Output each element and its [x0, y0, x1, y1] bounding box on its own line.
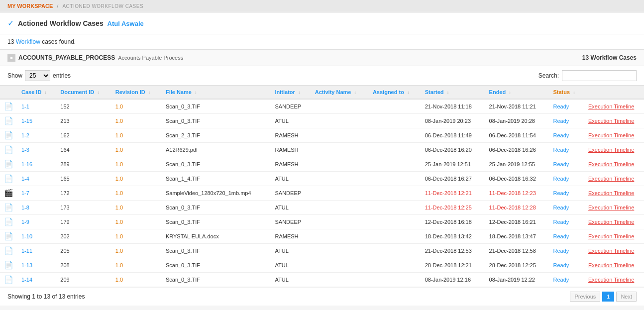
case-id-link[interactable]: 1-10 [21, 233, 32, 239]
execution-timeline-link[interactable]: Execution Timeline [588, 132, 634, 138]
rev-id-link[interactable]: 1.0 [115, 132, 123, 138]
cell-activity [311, 201, 369, 215]
execution-timeline-link[interactable]: Execution Timeline [588, 161, 634, 167]
cell-assigned [369, 244, 421, 258]
table-row: 📄 1-13 208 1.0 Scan_0_3.TIF ATUL 28-Dec-… [0, 258, 644, 273]
next-button[interactable]: Next [616, 292, 637, 302]
cell-started: 25-Jan-2019 12:51 [421, 157, 485, 172]
cell-file-name: Scan_0_3.TIF [162, 201, 271, 215]
col-initiator[interactable]: Initiator ↕ [271, 86, 311, 100]
breadcrumb-home[interactable]: MY WORKSPACE [7, 3, 53, 9]
rev-id-link[interactable]: 1.0 [115, 248, 123, 254]
cell-doc-id: 162 [56, 128, 111, 143]
rev-id-link[interactable]: 1.0 [115, 118, 123, 124]
cell-assigned [369, 229, 421, 244]
rev-id-link[interactable]: 1.0 [115, 161, 123, 167]
file-type-icon: 📄 [0, 157, 17, 172]
entries-select[interactable]: 25 50 100 [25, 70, 50, 81]
rev-id-link[interactable]: 1.0 [115, 147, 123, 153]
col-activity[interactable]: Activity Name ↕ [311, 86, 369, 100]
cell-doc-id: 209 [56, 273, 111, 287]
cell-action: Execution Timeline [584, 273, 644, 287]
cell-action: Execution Timeline [584, 114, 644, 128]
case-id-link[interactable]: 1-9 [21, 219, 29, 225]
execution-timeline-link[interactable]: Execution Timeline [588, 277, 634, 283]
table-row: 🎬 1-7 172 1.0 SampleVideo_1280x720_1mb.m… [0, 186, 644, 201]
cell-started: 18-Dec-2018 13:42 [421, 229, 485, 244]
cell-ended: 12-Dec-2018 16:21 [485, 215, 549, 229]
col-file-name[interactable]: File Name ↕ [162, 86, 271, 100]
rev-id-link[interactable]: 1.0 [115, 277, 123, 283]
rev-id-link[interactable]: 1.0 [115, 233, 123, 239]
col-assigned[interactable]: Assigned to ↕ [369, 86, 421, 100]
cell-activity [311, 229, 369, 244]
rev-id-link[interactable]: 1.0 [115, 176, 123, 182]
case-id-link[interactable]: 1-15 [21, 118, 32, 124]
doc-icon: 📄 [4, 102, 13, 110]
execution-timeline-link[interactable]: Execution Timeline [588, 190, 634, 196]
search-label: Search: [538, 72, 559, 79]
cell-rev-id: 1.0 [111, 172, 162, 186]
cell-assigned [369, 128, 421, 143]
cell-rev-id: 1.0 [111, 186, 162, 201]
case-id-link[interactable]: 1-16 [21, 161, 32, 167]
cell-file-name: Scan_2_3.TIF [162, 128, 271, 143]
table-controls: Show 25 50 100 entries Search: [0, 66, 644, 85]
cell-action: Execution Timeline [584, 172, 644, 186]
col-status[interactable]: Status ↕ [549, 86, 585, 100]
case-id-link[interactable]: 1-3 [21, 147, 29, 153]
cell-started: 28-Dec-2018 12:21 [421, 258, 485, 273]
case-id-link[interactable]: 1-14 [21, 277, 32, 283]
execution-timeline-link[interactable]: Execution Timeline [588, 262, 634, 268]
execution-timeline-link[interactable]: Execution Timeline [588, 176, 634, 182]
doc-icon: 📄 [4, 174, 13, 183]
case-id-link[interactable]: 1-7 [21, 190, 29, 196]
execution-timeline-link[interactable]: Execution Timeline [588, 118, 634, 124]
cell-rev-id: 1.0 [111, 258, 162, 273]
status-badge: Ready [553, 262, 569, 268]
execution-timeline-link[interactable]: Execution Timeline [588, 219, 634, 225]
col-rev-id[interactable]: Revision ID ↕ [111, 86, 162, 100]
case-id-link[interactable]: 1-11 [21, 248, 32, 254]
page-number[interactable]: 1 [602, 292, 614, 302]
case-id-link[interactable]: 1-4 [21, 176, 29, 182]
rev-id-link[interactable]: 1.0 [115, 103, 123, 109]
cell-doc-id: 208 [56, 258, 111, 273]
file-type-icon: 📄 [0, 229, 17, 244]
rev-id-link[interactable]: 1.0 [115, 219, 123, 225]
col-action [584, 86, 644, 100]
col-case-id[interactable]: Case ID ↕ [17, 86, 56, 100]
cell-initiator: SANDEEP [271, 215, 311, 229]
section-icon: ■ [7, 54, 15, 62]
cell-action: Execution Timeline [584, 215, 644, 229]
cell-rev-id: 1.0 [111, 114, 162, 128]
case-id-link[interactable]: 1-2 [21, 132, 29, 138]
pagination: Previous 1 Next [570, 292, 637, 302]
search-input[interactable] [562, 70, 637, 81]
execution-timeline-link[interactable]: Execution Timeline [588, 147, 634, 153]
execution-timeline-link[interactable]: Execution Timeline [588, 248, 634, 254]
col-doc-id[interactable]: Document ID ↕ [56, 86, 111, 100]
col-started[interactable]: Started ↕ [421, 86, 485, 100]
cell-initiator: RAMESH [271, 143, 311, 157]
doc-icon: 📄 [4, 246, 13, 255]
rev-id-link[interactable]: 1.0 [115, 205, 123, 210]
case-id-link[interactable]: 1-1 [21, 103, 29, 109]
prev-button[interactable]: Previous [570, 292, 600, 302]
execution-timeline-link[interactable]: Execution Timeline [588, 233, 634, 239]
file-type-icon: 📄 [0, 128, 17, 143]
cell-started: 12-Dec-2018 16:18 [421, 215, 485, 229]
execution-timeline-link[interactable]: Execution Timeline [588, 103, 634, 109]
cell-rev-id: 1.0 [111, 229, 162, 244]
rev-id-link[interactable]: 1.0 [115, 262, 123, 268]
col-ended[interactable]: Ended ↕ [485, 86, 549, 100]
cell-assigned [369, 273, 421, 287]
rev-id-link[interactable]: 1.0 [115, 190, 123, 196]
table-row: 📄 1-4 165 1.0 Scan_1_4.TIF ATUL 06-Dec-2… [0, 172, 644, 186]
process-name: ACCOUNTS_PAYABLE_PROCESS [18, 54, 115, 61]
cell-started: 06-Dec-2018 16:27 [421, 172, 485, 186]
case-id-link[interactable]: 1-8 [21, 205, 29, 210]
execution-timeline-link[interactable]: Execution Timeline [588, 205, 634, 210]
table-row: 📄 1-3 164 1.0 A12R629.pdf RAMESH 06-Dec-… [0, 143, 644, 157]
case-id-link[interactable]: 1-13 [21, 262, 32, 268]
